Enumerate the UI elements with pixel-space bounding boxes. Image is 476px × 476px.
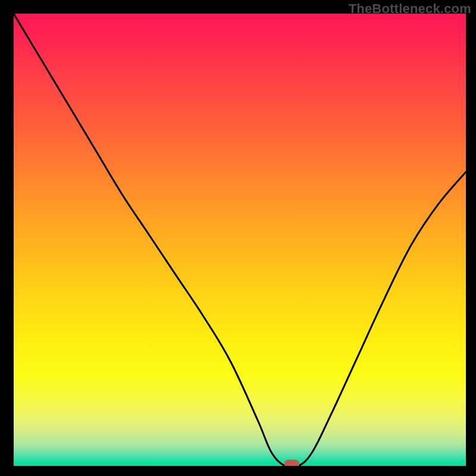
chart-frame: TheBottleneck.com	[0, 0, 476, 476]
bottleneck-curve	[14, 14, 466, 466]
watermark-text: TheBottleneck.com	[349, 1, 471, 17]
optimum-marker	[284, 460, 299, 466]
plot-area	[14, 14, 466, 466]
